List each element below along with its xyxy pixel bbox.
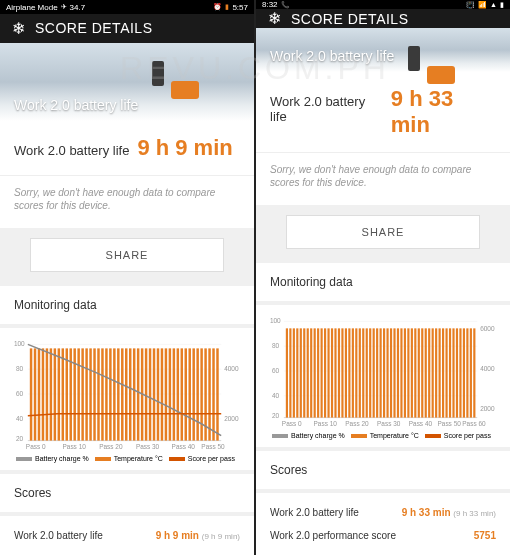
share-row: SHARE — [256, 205, 510, 259]
hero-image: Work 2.0 battery life — [256, 28, 510, 72]
svg-rect-132 — [470, 328, 472, 417]
svg-rect-14 — [38, 348, 40, 440]
svg-text:80: 80 — [272, 342, 280, 349]
svg-rect-94 — [338, 328, 340, 417]
skier-figure — [152, 61, 164, 86]
svg-rect-88 — [317, 328, 319, 417]
svg-rect-98 — [352, 328, 354, 417]
svg-rect-86 — [310, 328, 312, 417]
svg-text:2000: 2000 — [480, 405, 495, 412]
svg-text:4000: 4000 — [224, 365, 239, 372]
hero-title: Work 2.0 battery life — [270, 48, 394, 64]
svg-rect-92 — [331, 328, 333, 417]
status-bar: 8:32 📞 📳 📶 ▲ ▮ — [256, 0, 510, 9]
svg-text:Pass 30: Pass 30 — [377, 420, 401, 427]
score-label: Work 2.0 battery life — [14, 143, 129, 158]
svg-rect-26 — [85, 348, 87, 440]
svg-text:Pass 0: Pass 0 — [282, 420, 302, 427]
svg-text:80: 80 — [16, 365, 24, 372]
vibrate-icon: 📳 — [466, 1, 475, 9]
svg-text:4000: 4000 — [480, 365, 495, 372]
svg-rect-114 — [407, 328, 409, 417]
svg-text:20: 20 — [272, 412, 280, 419]
chart-svg: 100 80 60 40 20 4000 2000 Pass 0 Pass 10… — [8, 336, 246, 451]
svg-rect-19 — [58, 348, 60, 440]
score-bars — [286, 328, 476, 417]
svg-rect-39 — [137, 348, 139, 440]
monitoring-chart: 100 80 60 40 20 6000 4000 2000 Pass 0 Pa… — [264, 313, 502, 428]
svg-text:Pass 40: Pass 40 — [172, 443, 196, 450]
svg-rect-44 — [157, 348, 159, 440]
share-button[interactable]: SHARE — [286, 215, 480, 249]
svg-rect-34 — [117, 348, 119, 440]
svg-rect-80 — [289, 328, 291, 417]
svg-rect-57 — [208, 348, 210, 440]
svg-rect-52 — [188, 348, 190, 440]
svg-rect-131 — [466, 328, 468, 417]
svg-rect-31 — [105, 348, 107, 440]
signal-icon: ▲ — [490, 1, 497, 8]
svg-text:Pass 20: Pass 20 — [99, 443, 123, 450]
svg-rect-107 — [383, 328, 385, 417]
svg-text:100: 100 — [270, 317, 281, 324]
svg-rect-101 — [362, 328, 364, 417]
svg-rect-126 — [449, 328, 451, 417]
svg-rect-30 — [101, 348, 103, 440]
svg-rect-119 — [425, 328, 427, 417]
svg-rect-108 — [386, 328, 388, 417]
svg-rect-93 — [334, 328, 336, 417]
svg-rect-55 — [200, 348, 202, 440]
svg-text:Pass 50: Pass 50 — [201, 443, 225, 450]
svg-rect-121 — [432, 328, 434, 417]
svg-rect-89 — [321, 328, 323, 417]
svg-rect-54 — [196, 348, 198, 440]
svg-rect-105 — [376, 328, 378, 417]
share-row: SHARE — [0, 228, 254, 282]
app-header: ❄ SCORE DETAILS — [0, 14, 254, 42]
svg-rect-116 — [414, 328, 416, 417]
svg-rect-25 — [81, 348, 83, 440]
chart-legend: Battery charge % Temperature °C Score pe… — [8, 451, 246, 462]
svg-rect-128 — [456, 328, 458, 417]
app-header: ❄ SCORE DETAILS — [256, 9, 510, 28]
svg-rect-104 — [373, 328, 375, 417]
svg-rect-47 — [169, 348, 171, 440]
svg-rect-79 — [286, 328, 288, 417]
header-title: SCORE DETAILS — [35, 20, 153, 36]
legend-temp: Temperature °C — [95, 455, 163, 462]
right-screenshot: 8:32 📞 📳 📶 ▲ ▮ ❄ SCORE DETAILS Work 2.0 … — [256, 0, 510, 555]
svg-rect-37 — [129, 348, 131, 440]
svg-rect-120 — [428, 328, 430, 417]
svg-rect-23 — [73, 348, 75, 440]
svg-rect-83 — [300, 328, 302, 417]
scores-table: Work 2.0 battery life 9 h 33 min (9 h 33… — [256, 493, 510, 555]
scores-title: Scores — [256, 451, 510, 489]
battery-line — [28, 344, 221, 435]
svg-rect-42 — [149, 348, 151, 440]
svg-rect-102 — [366, 328, 368, 417]
hero-title: Work 2.0 battery life — [14, 97, 138, 113]
svg-text:20: 20 — [16, 435, 24, 442]
svg-rect-133 — [473, 328, 475, 417]
svg-rect-24 — [77, 348, 79, 440]
score-row-value: 9 h 33 min (9 h 33 min) — [402, 507, 496, 518]
svg-text:40: 40 — [272, 392, 280, 399]
svg-rect-84 — [303, 328, 305, 417]
chart-svg: 100 80 60 40 20 6000 4000 2000 Pass 0 Pa… — [264, 313, 502, 428]
svg-rect-100 — [359, 328, 361, 417]
share-button[interactable]: SHARE — [30, 238, 224, 272]
svg-rect-35 — [121, 348, 123, 440]
wifi-icon: 📶 — [478, 1, 487, 9]
score-row-value: 5751 — [474, 530, 496, 541]
svg-rect-36 — [125, 348, 127, 440]
monitoring-chart-container: 100 80 60 40 20 6000 4000 2000 Pass 0 Pa… — [256, 305, 510, 447]
svg-rect-49 — [177, 348, 179, 440]
svg-rect-53 — [192, 348, 194, 440]
insufficient-data-notice: Sorry, we don't have enough data to comp… — [256, 153, 510, 205]
alarm-icon: ⏰ — [213, 3, 222, 11]
battery-icon: ▮ — [225, 3, 229, 11]
svg-text:Pass 0: Pass 0 — [26, 443, 46, 450]
svg-rect-32 — [109, 348, 111, 440]
svg-rect-15 — [42, 348, 44, 440]
svg-rect-27 — [89, 348, 91, 440]
